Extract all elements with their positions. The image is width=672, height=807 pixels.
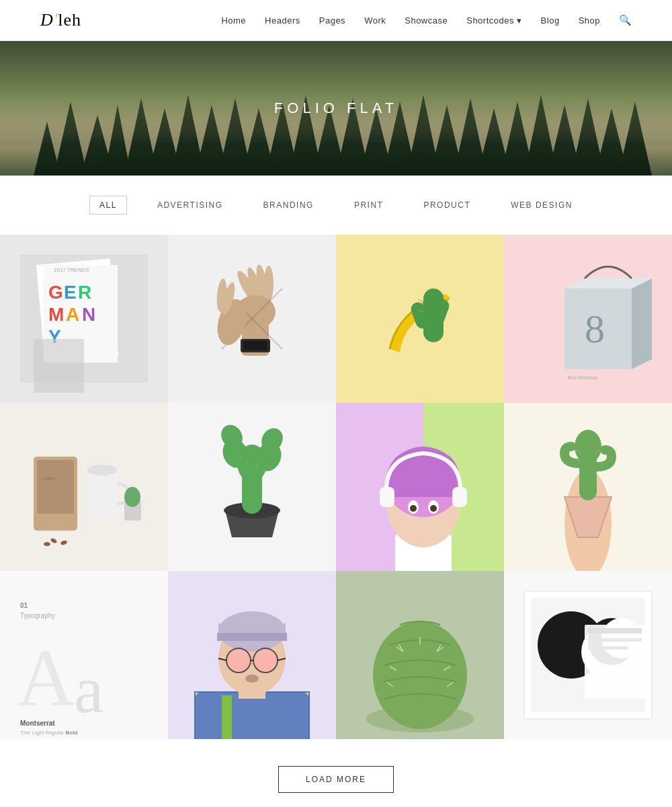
portfolio-item-6[interactable] xyxy=(168,403,336,571)
svg-marker-63 xyxy=(632,278,652,369)
portfolio-image-10 xyxy=(168,571,336,739)
nav-shop[interactable]: Shop xyxy=(579,15,600,26)
svg-rect-157 xyxy=(588,646,628,650)
svg-point-130 xyxy=(253,648,278,672)
portfolio-image-6 xyxy=(168,403,336,571)
hero-title: FOLIO FLAT xyxy=(274,100,398,117)
svg-text:Thin  Light  Regular  Bold: Thin Light Regular Bold xyxy=(20,730,77,736)
portfolio-item-2[interactable] xyxy=(168,235,336,403)
header: D'leh Home Headers Pages Work Showcase S… xyxy=(0,0,672,41)
portfolio-item-8[interactable] xyxy=(504,403,672,571)
nav-pages[interactable]: Pages xyxy=(319,15,345,26)
portfolio-item-10[interactable] xyxy=(168,571,336,739)
filter-branding[interactable]: BRANDING xyxy=(253,196,324,215)
portfolio-image-5: coffee xyxy=(0,403,168,571)
portfolio-item-9[interactable]: A a 01 Typography Montserrat Thin Light … xyxy=(0,571,168,739)
svg-point-134 xyxy=(245,675,259,683)
svg-point-77 xyxy=(44,542,50,546)
nav-headers[interactable]: Headers xyxy=(265,15,300,26)
svg-rect-69 xyxy=(37,460,74,514)
svg-rect-154 xyxy=(585,625,645,699)
svg-text:8: 8 xyxy=(585,307,605,351)
portfolio-item-7[interactable] xyxy=(336,403,504,571)
svg-text:2017 TRENDS: 2017 TRENDS xyxy=(54,267,89,273)
svg-point-74 xyxy=(124,487,140,507)
portfolio-image-2 xyxy=(168,235,336,403)
svg-text:Box Mockup: Box Mockup xyxy=(568,375,598,381)
load-more-section: LOAD MORE xyxy=(0,739,672,807)
search-icon[interactable]: 🔍 xyxy=(619,14,632,26)
svg-text:R: R xyxy=(78,282,91,303)
svg-rect-48 xyxy=(243,341,267,350)
portfolio-item-3[interactable] xyxy=(336,235,504,403)
svg-text:N: N xyxy=(82,304,95,325)
portfolio-image-1: G E R M A N Y 2017 TRENDS xyxy=(0,235,168,403)
filter-product[interactable]: PRODUCT xyxy=(413,196,480,215)
svg-point-100 xyxy=(430,505,437,512)
svg-text:01: 01 xyxy=(20,602,28,609)
portfolio-grid: G E R M A N Y 2017 TRENDS xyxy=(0,235,672,739)
svg-text:A: A xyxy=(17,633,75,723)
svg-point-89 xyxy=(251,455,253,457)
portfolio-image-4: 8 Box Mockup xyxy=(504,235,672,403)
filter-section: ALL ADVERTISING BRANDING PRINT PRODUCT W… xyxy=(0,176,672,235)
svg-rect-123 xyxy=(222,695,232,739)
svg-point-87 xyxy=(247,461,249,463)
svg-text:Typography: Typography xyxy=(20,612,55,619)
svg-text:a: a xyxy=(74,652,103,727)
svg-point-44 xyxy=(264,266,274,302)
logo-d: D xyxy=(40,10,54,30)
svg-point-129 xyxy=(226,648,251,672)
portfolio-image-8 xyxy=(504,403,672,571)
svg-rect-38 xyxy=(34,339,84,393)
filter-webdesign[interactable]: WEB DESIGN xyxy=(501,196,583,215)
logo: D'leh xyxy=(40,10,81,30)
svg-point-108 xyxy=(575,430,601,463)
svg-rect-156 xyxy=(588,638,642,642)
filter-advertising[interactable]: ADVERTISING xyxy=(147,196,233,215)
svg-point-99 xyxy=(410,505,417,512)
svg-point-88 xyxy=(256,464,258,466)
portfolio-item-4[interactable]: 8 Box Mockup xyxy=(504,235,672,403)
portfolio-item-5[interactable]: coffee xyxy=(0,403,168,571)
filter-all[interactable]: ALL xyxy=(89,196,127,215)
nav-home[interactable]: Home xyxy=(221,15,246,26)
svg-rect-67 xyxy=(0,403,168,571)
svg-text:Montserrat: Montserrat xyxy=(20,720,55,727)
filter-print[interactable]: PRINT xyxy=(344,196,394,215)
svg-rect-102 xyxy=(452,487,467,507)
logo-rest: leh xyxy=(58,10,81,30)
nav-blog[interactable]: Blog xyxy=(541,15,560,26)
nav-work[interactable]: Work xyxy=(364,15,386,26)
portfolio-image-11 xyxy=(336,571,504,739)
svg-rect-71 xyxy=(87,470,118,517)
svg-rect-128 xyxy=(217,633,287,641)
portfolio-item-12[interactable] xyxy=(504,571,672,739)
portfolio-item-11[interactable] xyxy=(336,571,504,739)
main-nav: Home Headers Pages Work Showcase Shortco… xyxy=(221,14,632,26)
svg-point-72 xyxy=(87,465,117,475)
svg-text:coffee: coffee xyxy=(42,475,56,482)
svg-text:M: M xyxy=(48,304,64,325)
portfolio-item-1[interactable]: G E R M A N Y 2017 TRENDS xyxy=(0,235,168,403)
nav-shortcodes[interactable]: Shortcodes ▾ xyxy=(466,15,521,26)
svg-rect-101 xyxy=(380,487,394,507)
portfolio-image-7 xyxy=(336,403,504,571)
svg-rect-155 xyxy=(588,628,642,633)
svg-text:E: E xyxy=(64,282,77,303)
load-more-button[interactable]: LOAD MORE xyxy=(278,766,394,793)
hero-banner: FOLIO FLAT xyxy=(0,41,672,176)
svg-rect-121 xyxy=(195,692,309,739)
portfolio-image-9: A a 01 Typography Montserrat Thin Light … xyxy=(0,571,168,739)
nav-showcase[interactable]: Showcase xyxy=(405,15,448,26)
svg-text:A: A xyxy=(66,304,79,325)
svg-text:G: G xyxy=(48,282,63,303)
portfolio-image-3 xyxy=(336,235,504,403)
portfolio-image-12 xyxy=(504,571,672,739)
